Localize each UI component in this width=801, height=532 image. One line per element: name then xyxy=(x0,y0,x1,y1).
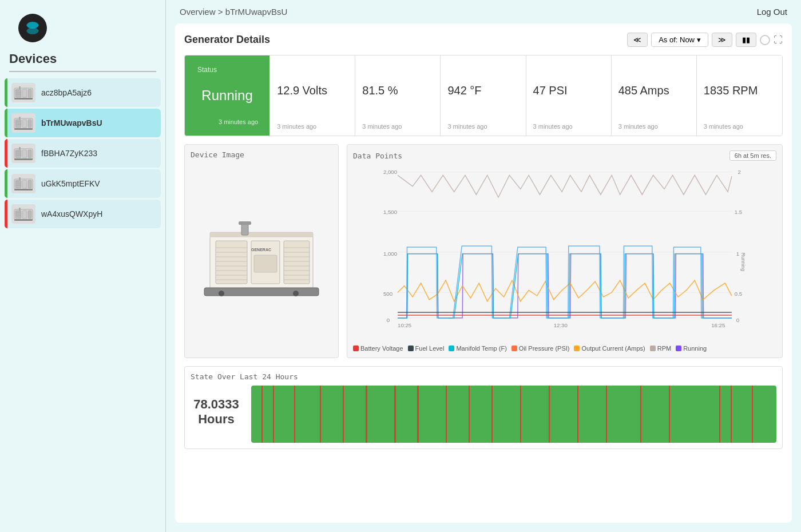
chevron-down-icon: ▾ xyxy=(697,35,701,44)
device-name-fBBHA7ZyK233: fBBHA7ZyK233 xyxy=(41,149,97,158)
device-image-area: GENERAC xyxy=(191,164,332,335)
content-panel: Generator Details ≪ As of: Now ▾ ≫ ▮▮ ⛶ … xyxy=(175,23,792,523)
legend-color-dot xyxy=(676,346,681,351)
svg-rect-19 xyxy=(15,150,21,158)
svg-rect-16 xyxy=(14,128,33,130)
legend-item-oil-pressure-(psi): Oil Pressure (PSI) xyxy=(511,345,570,352)
svg-rect-15 xyxy=(28,120,31,128)
legend-label: Battery Voltage xyxy=(360,345,403,352)
legend-label: Running xyxy=(683,345,707,352)
device-icon-uGkK5mptEFKV xyxy=(11,174,35,193)
resolution-badge: 6h at 5m res. xyxy=(729,150,776,161)
svg-rect-41 xyxy=(22,211,27,219)
legend-item-fuel-level: Fuel Level xyxy=(408,345,445,352)
svg-rect-72 xyxy=(239,221,251,225)
loading-spinner xyxy=(760,35,770,45)
amps-value: 485 Amps xyxy=(618,84,689,97)
as-of-button[interactable]: As of: Now ▾ xyxy=(651,33,708,47)
amps-time: 3 minutes ago xyxy=(618,123,689,130)
sidebar-title: Devices xyxy=(0,51,165,71)
svg-text:1.5: 1.5 xyxy=(735,209,742,215)
svg-rect-10 xyxy=(15,120,21,128)
device-icon-wA4xusQWXpyH xyxy=(11,204,35,224)
status-card-volts: 12.9 Volts 3 minutes ago xyxy=(270,55,355,136)
svg-text:1,000: 1,000 xyxy=(383,251,397,257)
breadcrumb-device: bTrMUwapvBsU xyxy=(225,7,288,17)
rpm-time: 3 minutes ago xyxy=(704,123,775,130)
svg-rect-42 xyxy=(28,211,31,219)
state-bar-container xyxy=(251,386,776,443)
temp-value: 942 °F xyxy=(447,84,518,97)
sidebar-item-uGkK5mptEFKV[interactable]: uGkK5mptEFKV xyxy=(5,169,161,198)
sidebar-item-acz8bpA5ajz6[interactable]: acz8bpA5ajz6 xyxy=(5,78,161,107)
status-label: Status xyxy=(197,66,217,74)
logout-button[interactable]: Log Out xyxy=(757,7,787,17)
breadcrumb-overview[interactable]: Overview xyxy=(180,7,216,17)
rewind-button[interactable]: ≪ xyxy=(627,33,648,47)
status-card-rpm: 1835 RPM 3 minutes ago xyxy=(697,55,782,136)
top-bar: Overview > bTrMUwapvBsU Log Out xyxy=(166,0,801,23)
pause-button[interactable]: ▮▮ xyxy=(736,33,756,47)
svg-rect-43 xyxy=(14,219,33,221)
volts-value: 12.9 Volts xyxy=(277,84,348,97)
state-panel-title: State Over Last 24 Hours xyxy=(191,372,776,381)
svg-rect-25 xyxy=(14,158,33,160)
svg-text:GENERAC: GENERAC xyxy=(251,248,271,252)
svg-rect-8 xyxy=(19,86,21,89)
state-panel: State Over Last 24 Hours 78.0333 Hours xyxy=(184,366,783,449)
legend-label: Oil Pressure (PSI) xyxy=(519,345,570,352)
state-hours: 78.0333 Hours xyxy=(191,386,242,427)
generator-image: GENERAC xyxy=(199,201,324,298)
status-card-amps: 485 Amps 3 minutes ago xyxy=(612,55,697,136)
svg-text:500: 500 xyxy=(383,291,392,297)
device-icon-bTrMUwapvBsU xyxy=(11,113,35,133)
svg-text:12:30: 12:30 xyxy=(554,322,568,328)
device-name-acz8bpA5ajz6: acz8bpA5ajz6 xyxy=(41,88,92,97)
status-indicator-wA4xusQWXpyH xyxy=(5,200,7,228)
svg-text:2: 2 xyxy=(738,169,741,175)
svg-text:1: 1 xyxy=(736,251,739,257)
rpm-value: 1835 RPM xyxy=(704,84,775,97)
state-row-inner: 78.0333 Hours xyxy=(191,386,776,443)
sidebar-item-bTrMUwapvBsU[interactable]: bTrMUwapvBsU xyxy=(5,109,161,137)
data-points-header: Data Points 6h at 5m res. xyxy=(353,150,776,161)
state-hours-label: Hours xyxy=(198,412,235,426)
svg-text:0: 0 xyxy=(736,317,739,323)
psi-time: 3 minutes ago xyxy=(533,123,604,130)
legend-label: Output Current (Amps) xyxy=(581,345,645,352)
breadcrumb: Overview > bTrMUwapvBsU xyxy=(180,7,287,17)
svg-text:16:25: 16:25 xyxy=(711,322,725,328)
status-indicator-uGkK5mptEFKV xyxy=(5,169,7,198)
device-icon-acz8bpA5ajz6 xyxy=(11,83,35,102)
svg-rect-57 xyxy=(284,241,310,284)
psi-value: 47 PSI xyxy=(533,84,604,97)
lower-row: Device Image xyxy=(184,144,783,358)
svg-rect-17 xyxy=(19,117,21,120)
status-card-psi: 47 PSI 3 minutes ago xyxy=(526,55,612,136)
legend-color-dot xyxy=(511,346,517,351)
temp-time: 3 minutes ago xyxy=(447,123,518,130)
app-logo xyxy=(18,14,47,42)
details-header: Generator Details ≪ As of: Now ▾ ≫ ▮▮ ⛶ xyxy=(184,33,783,47)
sidebar-item-fBBHA7ZyK233[interactable]: fBBHA7ZyK233 xyxy=(5,139,161,168)
svg-text:2,000: 2,000 xyxy=(383,169,397,175)
sidebar-item-wA4xusQWXpyH[interactable]: wA4xusQWXpyH xyxy=(5,200,161,228)
device-name-bTrMUwapvBsU: bTrMUwapvBsU xyxy=(41,118,102,128)
sidebar: Devices acz8bpA5ajz6 bTrMUwapvBsU xyxy=(0,0,166,532)
state-bar xyxy=(251,386,776,443)
svg-text:Running: Running xyxy=(740,253,746,272)
legend-item-manifold-temp-(f): Manifold Temp (F) xyxy=(449,345,506,352)
svg-rect-14 xyxy=(22,120,27,128)
svg-rect-34 xyxy=(14,189,33,190)
svg-text:1,500: 1,500 xyxy=(383,209,397,215)
data-points-title: Data Points xyxy=(353,152,402,160)
svg-rect-71 xyxy=(241,224,248,235)
svg-rect-24 xyxy=(28,150,31,158)
svg-rect-66 xyxy=(210,232,313,237)
percent-value: 81.5 % xyxy=(362,84,433,97)
status-card-running: Status Running 3 minutes ago xyxy=(185,55,270,136)
legend-item-output-current-(amps): Output Current (Amps) xyxy=(574,345,645,352)
data-points-panel: Data Points 6h at 5m res. 2,000 1,500 1,… xyxy=(347,144,783,358)
forward-button[interactable]: ≫ xyxy=(712,33,732,47)
expand-icon[interactable]: ⛶ xyxy=(774,35,783,45)
